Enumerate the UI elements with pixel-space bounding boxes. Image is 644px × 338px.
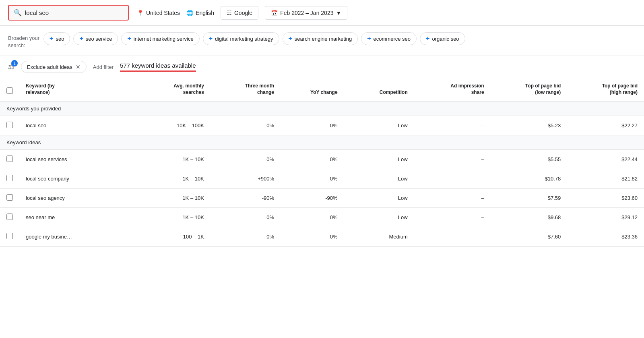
ad-impression-cell: – bbox=[414, 207, 491, 227]
suggestion-chip[interactable]: +search engine marketing bbox=[283, 32, 358, 45]
suggestion-chip[interactable]: +seo bbox=[43, 32, 70, 45]
bid-high-cell: $23.36 bbox=[567, 227, 644, 246]
platform-label: Google bbox=[234, 10, 252, 16]
th-avg-monthly: Avg. monthlysearches bbox=[121, 78, 211, 101]
chip-label: digital marketing strategy bbox=[215, 36, 273, 42]
three-month-cell: 0% bbox=[211, 116, 281, 135]
keyword-count: 577 keyword ideas available bbox=[120, 62, 196, 72]
suggestion-chip[interactable]: +internet marketing service bbox=[121, 32, 199, 45]
cell[interactable] bbox=[0, 188, 19, 207]
bid-high-cell: $23.60 bbox=[567, 188, 644, 207]
row-checkbox[interactable] bbox=[6, 233, 13, 239]
section-label: Keyword ideas bbox=[0, 135, 644, 149]
keyword-cell: seo near me bbox=[19, 207, 121, 227]
avg-monthly-cell: 1K – 10K bbox=[121, 169, 211, 188]
table-body: Keywords you providedlocal seo10K – 100K… bbox=[0, 101, 644, 247]
row-checkbox[interactable] bbox=[6, 194, 13, 201]
search-icon: 🔍 bbox=[14, 9, 22, 17]
competition-cell: Medium bbox=[344, 227, 414, 246]
close-icon[interactable]: ✕ bbox=[76, 64, 80, 70]
th-checkbox[interactable] bbox=[0, 78, 19, 101]
ad-impression-cell: – bbox=[414, 188, 491, 207]
plus-icon: + bbox=[209, 35, 213, 42]
location-label: United States bbox=[146, 10, 180, 16]
suggestion-chip[interactable]: +ecommerce seo bbox=[361, 32, 417, 45]
avg-monthly-cell: 1K – 10K bbox=[121, 207, 211, 227]
competition-cell: Low bbox=[344, 188, 414, 207]
competition-cell: Low bbox=[344, 116, 414, 135]
bid-low-cell: $5.23 bbox=[491, 116, 568, 135]
table-row: google my busine…100 – 1K0%0%Medium–$7.6… bbox=[0, 227, 644, 246]
avg-monthly-cell: 100 – 1K bbox=[121, 227, 211, 246]
suggestion-chip[interactable]: +organic seo bbox=[420, 32, 465, 45]
select-all-checkbox[interactable] bbox=[6, 87, 13, 94]
table-row: local seo company1K – 10K+900%0%Low–$10.… bbox=[0, 169, 644, 188]
search-input[interactable] bbox=[25, 9, 105, 16]
row-checkbox[interactable] bbox=[6, 214, 13, 220]
plus-icon: + bbox=[426, 35, 429, 42]
yoy-cell: 0% bbox=[281, 169, 344, 188]
keywords-table: Keyword (byrelevance) Avg. monthlysearch… bbox=[0, 78, 644, 246]
three-month-cell: 0% bbox=[211, 227, 281, 246]
exclude-adult-chip[interactable]: Exclude adult ideas ✕ bbox=[21, 61, 87, 73]
top-bar: 🔍 📍 United States 🌐 English ☷ Google 📅 F… bbox=[0, 0, 644, 26]
ad-impression-cell: – bbox=[414, 227, 491, 246]
plus-icon: + bbox=[127, 35, 131, 42]
bid-low-cell: $7.59 bbox=[491, 188, 568, 207]
yoy-cell: 0% bbox=[281, 149, 344, 169]
row-checkbox[interactable] bbox=[6, 122, 13, 128]
bid-high-cell: $29.12 bbox=[567, 207, 644, 227]
exclude-adult-label: Exclude adult ideas bbox=[27, 64, 72, 70]
ad-impression-cell: – bbox=[414, 149, 491, 169]
bid-high-cell: $22.27 bbox=[567, 116, 644, 135]
avg-monthly-cell: 1K – 10K bbox=[121, 188, 211, 207]
add-filter-button[interactable]: Add filter bbox=[93, 64, 114, 70]
location-control[interactable]: 📍 United States bbox=[137, 10, 180, 16]
chip-label: organic seo bbox=[432, 36, 459, 42]
chip-label: seo service bbox=[86, 36, 112, 42]
section-label: Keywords you provided bbox=[0, 101, 644, 116]
ad-impression-cell: – bbox=[414, 169, 491, 188]
platform-button[interactable]: ☷ Google bbox=[221, 6, 258, 20]
filter-bar: ⚖ 1 Exclude adult ideas ✕ Add filter 577… bbox=[0, 56, 644, 78]
row-checkbox[interactable] bbox=[6, 156, 13, 162]
language-icon: 🌐 bbox=[186, 10, 193, 16]
three-month-cell: 0% bbox=[211, 149, 281, 169]
date-range-button[interactable]: 📅 Feb 2022 – Jan 2023 ▼ bbox=[265, 6, 347, 20]
table-header: Keyword (byrelevance) Avg. monthlysearch… bbox=[0, 78, 644, 101]
bid-low-cell: $7.60 bbox=[491, 227, 568, 246]
table-row: local seo services1K – 10K0%0%Low–$5.55$… bbox=[0, 149, 644, 169]
chevron-down-icon: ▼ bbox=[336, 10, 341, 16]
avg-monthly-cell: 1K – 10K bbox=[121, 149, 211, 169]
three-month-cell: -90% bbox=[211, 188, 281, 207]
cell[interactable] bbox=[0, 116, 19, 135]
plus-icon: + bbox=[289, 35, 292, 42]
keyword-cell: local seo services bbox=[19, 149, 121, 169]
suggestion-chip[interactable]: +seo service bbox=[73, 32, 118, 45]
competition-cell: Low bbox=[344, 149, 414, 169]
cell[interactable] bbox=[0, 169, 19, 188]
row-checkbox[interactable] bbox=[6, 175, 13, 181]
search-box[interactable]: 🔍 bbox=[8, 5, 129, 21]
calendar-icon: 📅 bbox=[271, 10, 278, 16]
bid-low-cell: $5.55 bbox=[491, 149, 568, 169]
suggestion-chip[interactable]: +digital marketing strategy bbox=[203, 32, 279, 45]
language-label: English bbox=[196, 10, 214, 16]
table-row: seo near me1K – 10K0%0%Low–$9.68$29.12 bbox=[0, 207, 644, 227]
date-range-label: Feb 2022 – Jan 2023 bbox=[280, 10, 333, 16]
th-keyword: Keyword (byrelevance) bbox=[19, 78, 121, 101]
th-ad-impression: Ad impressionshare bbox=[414, 78, 491, 101]
table-section-header: Keyword ideas bbox=[0, 135, 644, 149]
cell[interactable] bbox=[0, 227, 19, 246]
keyword-cell: local seo company bbox=[19, 169, 121, 188]
bid-high-cell: $21.82 bbox=[567, 169, 644, 188]
filter-icon-wrapper[interactable]: ⚖ 1 bbox=[8, 62, 14, 71]
cell[interactable] bbox=[0, 149, 19, 169]
keyword-cell: local seo agency bbox=[19, 188, 121, 207]
language-control[interactable]: 🌐 English bbox=[186, 10, 214, 16]
yoy-cell: -90% bbox=[281, 188, 344, 207]
filter-badge: 1 bbox=[11, 60, 18, 66]
cell[interactable] bbox=[0, 207, 19, 227]
yoy-cell: 0% bbox=[281, 207, 344, 227]
th-competition: Competition bbox=[344, 78, 414, 101]
